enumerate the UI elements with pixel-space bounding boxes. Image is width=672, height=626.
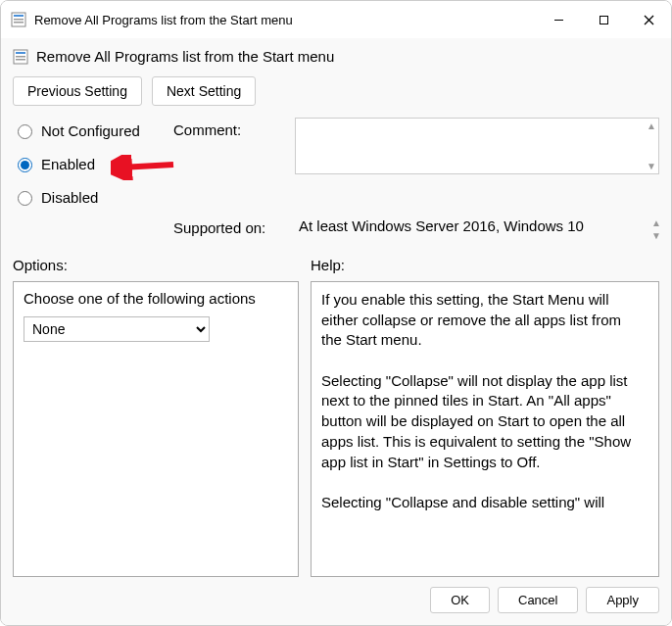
- scroll-down-icon[interactable]: ▼: [651, 230, 661, 241]
- policy-icon: [13, 49, 28, 65]
- policy-title: Remove All Programs list from the Start …: [36, 48, 334, 65]
- help-text: If you enable this setting, the Start Me…: [321, 291, 635, 510]
- radio-disabled-input[interactable]: [18, 191, 32, 206]
- ok-button[interactable]: OK: [430, 587, 490, 613]
- radio-enabled[interactable]: Enabled: [13, 155, 169, 172]
- window-controls: [536, 1, 671, 38]
- svg-rect-10: [16, 56, 25, 58]
- titlebar: Remove All Programs list from the Start …: [1, 1, 671, 38]
- scroll-up-icon[interactable]: ▲: [647, 120, 656, 131]
- supported-on-label: Supported on:: [173, 216, 291, 236]
- options-panel: Choose one of the following actions None: [13, 281, 299, 577]
- radio-disabled[interactable]: Disabled: [13, 188, 169, 206]
- comment-label: Comment:: [173, 118, 291, 138]
- window-title: Remove All Programs list from the Start …: [34, 13, 536, 27]
- maximize-button[interactable]: [581, 1, 626, 38]
- comment-textarea[interactable]: ▲ ▼: [295, 118, 659, 174]
- svg-rect-9: [16, 52, 25, 54]
- options-action-select[interactable]: None: [24, 316, 210, 342]
- policy-header: Remove All Programs list from the Start …: [13, 38, 659, 72]
- radio-not-configured-input[interactable]: [18, 124, 32, 139]
- previous-setting-button[interactable]: Previous Setting: [13, 76, 142, 106]
- options-prompt: Choose one of the following actions: [24, 290, 288, 307]
- radio-not-configured[interactable]: Not Configured: [13, 121, 169, 139]
- minimize-button[interactable]: [536, 1, 581, 38]
- svg-rect-11: [16, 59, 25, 61]
- radio-label: Not Configured: [41, 122, 140, 139]
- policy-icon: [11, 12, 26, 27]
- apply-button[interactable]: Apply: [586, 587, 659, 613]
- svg-rect-1: [14, 15, 24, 17]
- help-label: Help:: [311, 257, 659, 273]
- radio-label: Disabled: [41, 189, 98, 206]
- svg-rect-5: [600, 16, 607, 24]
- supported-on-value: At least Windows Server 2016, Windows 10…: [295, 216, 659, 243]
- close-button[interactable]: [626, 1, 671, 38]
- svg-rect-3: [14, 22, 24, 24]
- scroll-up-icon[interactable]: ▲: [651, 217, 661, 228]
- scroll-down-icon[interactable]: ▼: [647, 161, 656, 171]
- cancel-button[interactable]: Cancel: [498, 587, 578, 613]
- supported-on-text: At least Windows Server 2016, Windows 10: [299, 217, 584, 234]
- next-setting-button[interactable]: Next Setting: [152, 76, 256, 106]
- svg-rect-2: [14, 19, 24, 21]
- help-panel[interactable]: If you enable this setting, the Start Me…: [311, 281, 659, 577]
- radio-enabled-input[interactable]: [18, 158, 32, 172]
- options-label: Options:: [13, 257, 299, 273]
- state-radio-group: Not Configured Enabled Disabled: [13, 118, 169, 206]
- radio-label: Enabled: [41, 156, 95, 172]
